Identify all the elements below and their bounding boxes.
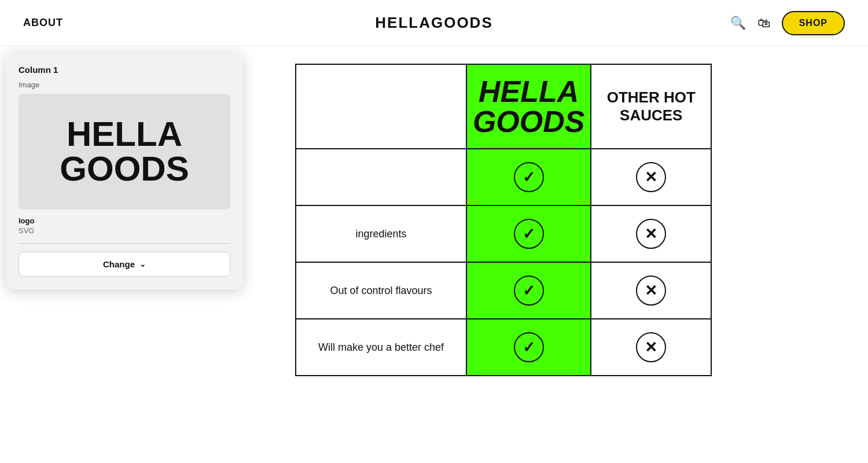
chevron-down-icon: ⌄ [139,260,146,269]
popup-column-title: Column 1 [19,65,230,75]
check-icon [514,275,544,306]
popup-change-button[interactable]: Change ⌄ [19,252,230,277]
feature-cell: Will make you a better chef [296,319,466,376]
hellagoods-cell [466,319,591,376]
nav-left: ABOUT [23,17,63,29]
table-row: ingredients [296,205,711,262]
table-row: Will make you a better chef [296,319,711,376]
cart-icon[interactable]: 🛍 [757,16,770,31]
other-cell [591,319,711,376]
hellagoods-cell [466,205,591,262]
col-feature-header [296,64,466,149]
hellagoods-header-line1: HELLA [473,76,585,106]
nav-about-link[interactable]: ABOUT [23,17,63,29]
popup-divider [19,243,230,244]
table-row [296,149,711,205]
col-hellagoods-header: HELLA GOODS [466,64,591,149]
other-header-line2: SAUCES [597,106,705,124]
check-icon [514,332,544,362]
popup-logo-line1: HELLA [60,117,189,152]
column-editor-popup: Column 1 Image HELLA GOODS logo SVG Chan… [6,52,243,289]
shop-button[interactable]: SHOP [782,11,845,35]
main-content: Column 1 Image HELLA GOODS logo SVG Chan… [0,46,868,388]
hellagoods-cell [466,262,591,319]
cross-icon [636,275,666,306]
check-icon [514,219,544,249]
nav-logo: HELLAGOODS [375,14,492,32]
popup-logo-line2: GOODS [60,152,189,186]
check-icon [514,162,544,192]
hellagoods-cell [466,149,591,205]
popup-image-preview: HELLA GOODS [19,94,230,210]
cross-icon [636,162,666,192]
other-cell [591,262,711,319]
nav-right: 🔍 🛍 SHOP [730,11,845,35]
feature-cell: Out of control flavours [296,262,466,319]
other-cell [591,149,711,205]
feature-cell: ingredients [296,205,466,262]
change-label: Change [103,259,135,269]
other-header-line1: OTHER HOT [597,89,705,106]
popup-meta-name-label: logo [19,216,230,225]
col-other-header: OTHER HOT SAUCES [591,64,711,149]
search-icon[interactable]: 🔍 [730,16,746,31]
table-row: Out of control flavours [296,262,711,319]
hellagoods-header-line2: GOODS [473,106,585,137]
cross-icon [636,219,666,249]
popup-image-label: Image [19,80,230,89]
navbar: ABOUT HELLAGOODS 🔍 🛍 SHOP [0,0,868,46]
comparison-table: HELLA GOODS OTHER HOT SAUCES ingredients… [295,64,712,376]
popup-meta-type-value: SVG [19,226,230,235]
cross-icon [636,332,666,362]
feature-cell [296,149,466,205]
other-cell [591,205,711,262]
